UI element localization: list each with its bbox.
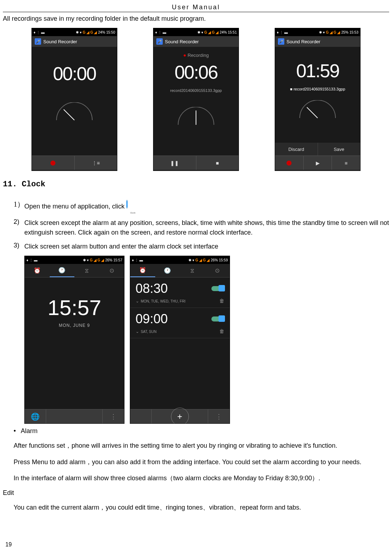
add-alarm-button[interactable]: + [152,409,208,423]
para-4: You can edit the current alarm，you could… [14,502,378,513]
alarm-2-time: 09:00 [136,311,168,326]
edit-label: Edit [3,489,389,497]
delete-icon[interactable]: 🗑 [219,328,224,334]
intro-text: All recordings save in my recording fold… [3,15,389,23]
alarm-row-1[interactable]: 08:30 ⌄ MON, TUE, WED, THU, FRI 🗑 [130,278,230,308]
para-3: In the interface of alarm will show thre… [14,473,378,484]
alarm-1-time: 08:30 [136,281,168,296]
stopwatch-tab[interactable]: ⊙ [205,264,230,277]
phone-alarm-list: ♦ ⋮ ▬ ✱ ▾G ◢ G ◢26% 15:59 ⏰ 🕐 ⧖ ⊙ 08:30 … [130,256,230,424]
page-number: 19 [5,541,12,548]
alarm-2-toggle[interactable] [211,316,224,321]
section-heading: 11. Clock [3,180,389,189]
timer-display: 00:00 [53,63,96,84]
alarm-tab[interactable]: ⏰ [25,264,50,277]
timer-display: 00:06 [175,62,217,83]
page-header: User Manual [3,4,389,12]
menu-button[interactable]: ⋮ [208,409,230,423]
stop-button[interactable]: ■ [196,156,239,170]
status-left: ♦ ⋮ ▬ [34,30,45,34]
step-1-text: Open the menu of application, click Cloc… [24,200,389,214]
alarm-tab[interactable]: ⏰ [130,264,155,277]
list-button[interactable]: ⋮≡ [75,156,117,170]
stop-button[interactable]: ■ [332,156,360,170]
discard-button[interactable]: Discard [275,143,318,156]
step-3-text: Click screen set alarm button and enter … [24,242,389,251]
pause-button[interactable]: ❚❚ [153,156,196,170]
recording-label: Recording [187,53,209,58]
step-2-num: 2) [14,218,24,226]
play-button[interactable]: ▶ [304,156,332,170]
svg-line-2 [307,107,318,118]
phone-screenshots-row-1: ♦ ⋮ ▬ ✱ ▾ G ◢ G ◢ 24% 15:50 🎤 Sound Reco… [3,28,389,171]
app-header: 🎤 Sound Recorder [32,36,117,47]
phone-recorder-recording: ♦ ⋮ ▬ ✱ ▾G ◢ G ◢24% 15:51 🎤 Sound Record… [153,28,239,171]
step-2-text: Click screen except the alarm at any pos… [24,218,389,237]
alarm-1-toggle[interactable] [211,286,224,291]
recorder-app-icon: 🎤 [278,38,284,45]
alarm-1-days: MON, TUE, WED, THU, FRI [141,299,185,303]
phone-recorder-idle: ♦ ⋮ ▬ ✱ ▾ G ◢ G ◢ 24% 15:50 🎤 Sound Reco… [31,28,117,171]
delete-icon[interactable]: 🗑 [219,298,224,304]
clock-app-icon: Clock [126,200,139,214]
step-3-num: 3) [14,242,24,249]
status-right: ✱ ▾ G ◢ G ◢ 24% 15:50 [76,30,115,34]
phone-screenshots-row-2: ♦ ⋮ ▬ ✱ ▾G ◢ G ◢26% 15:57 ⏰ 🕐 ⧖ ⊙ 15:57 … [24,256,389,424]
step-1-num: 1） [14,200,24,209]
clock-date: MON, JUNE 9 [59,323,90,328]
phone-clock: ♦ ⋮ ▬ ✱ ▾G ◢ G ◢26% 15:57 ⏰ 🕐 ⧖ ⊙ 15:57 … [24,256,124,424]
record-button[interactable] [32,156,75,170]
phone-recorder-done: ♦ ⋮ ▬ ✱ ▾G ◢ G ◢25% 15:53 🎤 Sound Record… [275,28,361,171]
record-button[interactable] [275,156,304,170]
save-button[interactable]: Save [318,143,361,156]
para-2: Press Menu to add alarm，you can also add… [14,457,378,468]
world-clock-button[interactable]: 🌐 [25,409,46,423]
timer-tab[interactable]: ⧖ [74,264,99,277]
stopwatch-tab[interactable]: ⊙ [99,264,124,277]
alarm-2-days: SAT, SUN [141,330,156,334]
svg-line-0 [64,109,74,120]
filename-label: record20140609155133.3gpp [294,87,345,91]
para-1: After functions set，phone will arrives i… [14,440,378,451]
recorder-app-icon: 🎤 [35,38,41,45]
menu-button[interactable]: ⋮ [103,409,124,423]
timer-display: 01:59 [296,60,339,82]
bullet-alarm: Alarm [3,427,389,435]
recorder-app-icon: 🎤 [156,38,163,45]
alarm-row-2[interactable]: 09:00 ⌄ SAT, SUN 🗑 [130,308,230,338]
clock-tab[interactable]: 🕐 [50,264,75,277]
clock-time: 15:57 [48,295,101,320]
clock-tab[interactable]: 🕐 [155,264,180,277]
filename-label: record20140609155133.3gpp [170,88,222,93]
timer-tab[interactable]: ⧖ [180,264,205,277]
